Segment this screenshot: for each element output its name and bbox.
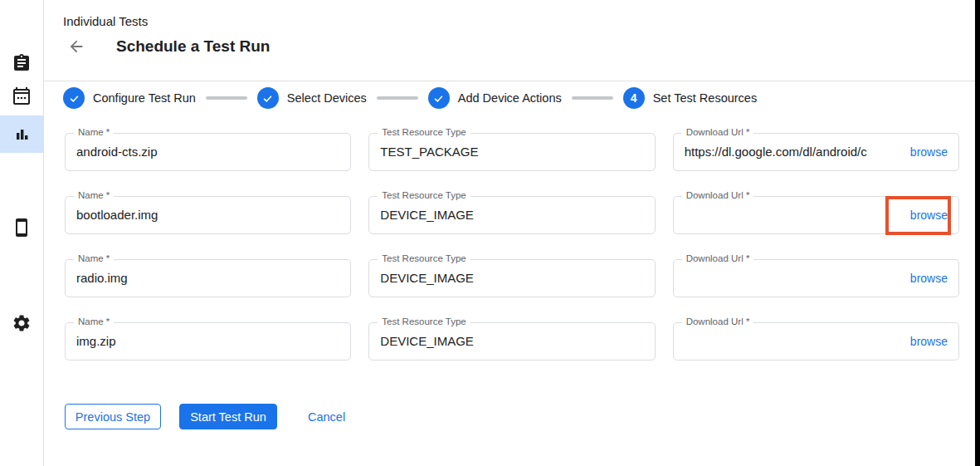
step-complete-circle [428,87,450,109]
step-configure-test-run[interactable]: Configure Test Run [63,87,196,109]
field-label: Download Url * [682,190,754,200]
gear-icon [12,313,32,333]
step-label: Set Test Resources [653,91,757,105]
download-url-field[interactable]: Download Url * browse [673,196,959,234]
browse-link[interactable]: browse [910,272,948,285]
screenshot-edge-strip [975,0,980,466]
step-active-circle: 4 [623,87,645,109]
step-connector [206,96,247,100]
resource-type-field[interactable]: Test Resource Type DEVICE_IMAGE [368,322,655,361]
step-label: Add Device Actions [458,91,562,105]
arrow-back-icon [67,37,85,56]
sidebar-item-schedules[interactable] [0,77,43,115]
stepper: Configure Test Run Select Devices Add De… [63,87,975,109]
download-url-field[interactable]: Download Url * browse [673,259,959,297]
resource-type-field[interactable]: Test Resource Type DEVICE_IMAGE [368,259,655,297]
field-value: radio.img [66,260,350,297]
name-field[interactable]: Name * android-cts.zip [65,133,351,171]
clipboard-icon [12,53,32,73]
resource-type-field[interactable]: Test Resource Type DEVICE_IMAGE [368,196,655,234]
smartphone-icon [12,218,32,238]
check-icon [261,92,274,105]
field-value: img.zip [66,323,350,360]
page-title: Schedule a Test Run [116,37,270,56]
field-label: Name * [74,253,114,263]
step-connector [377,96,418,100]
step-set-test-resources[interactable]: 4 Set Test Resources [623,87,757,109]
field-label: Name * [74,190,114,200]
test-resources-form: Name * android-cts.zip Test Resource Typ… [65,133,959,361]
field-label: Test Resource Type [378,190,470,200]
sidebar-item-test-runs[interactable] [0,115,43,153]
cancel-button[interactable]: Cancel [308,410,345,424]
step-complete-circle [63,87,85,109]
check-icon [432,92,445,105]
step-add-device-actions[interactable]: Add Device Actions [428,87,562,109]
field-label: Download Url * [682,127,754,137]
app-window: Individual Tests Schedule a Test Run Con… [0,0,980,466]
back-button[interactable] [66,37,86,56]
field-label: Download Url * [682,253,754,263]
field-value: bootloader.img [66,197,350,233]
footer-actions: Previous Step Start Test Run Cancel [65,404,975,429]
name-field[interactable]: Name * img.zip [65,322,351,361]
field-label: Test Resource Type [378,127,470,137]
field-value: android-cts.zip [66,134,350,170]
download-url-field[interactable]: Download Url * browse [673,322,959,361]
browse-link[interactable]: browse [910,145,948,159]
step-select-devices[interactable]: Select Devices [257,87,367,109]
field-label: Test Resource Type [378,316,470,326]
field-label: Name * [74,316,114,326]
browse-link[interactable]: browse [910,335,948,348]
step-complete-circle [257,87,279,109]
field-label: Test Resource Type [378,253,470,263]
main-content: Individual Tests Schedule a Test Run Con… [44,0,975,466]
field-label: Name * [74,127,114,137]
resource-type-field[interactable]: Test Resource Type TEST_PACKAGE [368,133,655,171]
start-test-run-button[interactable]: Start Test Run [179,404,277,429]
name-field[interactable]: Name * bootloader.img [65,196,351,234]
field-value: DEVICE_IMAGE [369,323,654,360]
browse-link[interactable]: browse [910,208,948,222]
step-label: Select Devices [287,91,367,105]
step-number: 4 [631,91,637,105]
field-value: DEVICE_IMAGE [369,197,654,233]
name-field[interactable]: Name * radio.img [65,259,351,297]
sidebar [0,0,44,466]
sidebar-item-settings[interactable] [0,304,43,341]
field-label: Download Url * [682,316,754,326]
previous-step-button[interactable]: Previous Step [65,404,161,429]
title-row: Schedule a Test Run [66,37,975,56]
step-label: Configure Test Run [93,91,196,105]
field-value: DEVICE_IMAGE [369,260,654,297]
header-divider [44,81,975,81]
calendar-icon [12,86,32,106]
check-icon [68,92,80,105]
download-url-field[interactable]: Download Url * https://dl.google.com/dl/… [673,133,959,171]
field-value: TEST_PACKAGE [369,134,654,170]
sidebar-item-devices[interactable] [0,208,43,246]
bar-chart-icon [12,125,32,145]
breadcrumb: Individual Tests [44,0,975,28]
field-value: https://dl.google.com/dl/android/c [674,134,910,170]
sidebar-item-tests[interactable] [0,44,43,81]
step-connector [572,96,613,100]
